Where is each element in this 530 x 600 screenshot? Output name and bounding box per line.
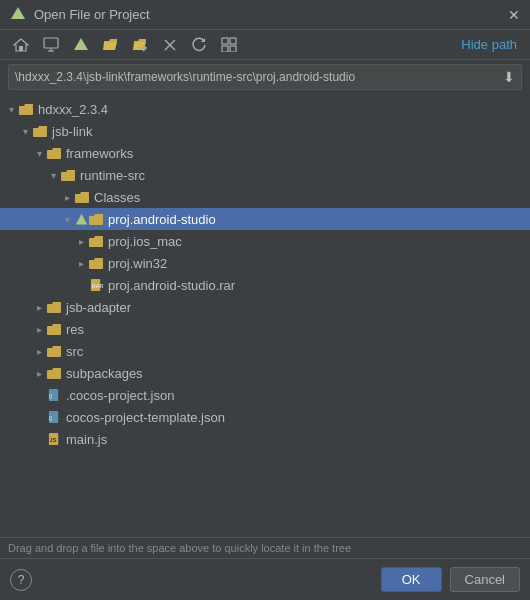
folder-icon [46, 300, 62, 314]
tree-item[interactable]: runtime-src [0, 164, 530, 186]
download-icon[interactable]: ⬇ [497, 65, 521, 89]
folder-open-icon [103, 38, 119, 52]
tree-item[interactable]: src [0, 340, 530, 362]
tree-arrow-icon[interactable] [32, 366, 46, 380]
hide-path-button[interactable]: Hide path [456, 34, 522, 55]
android-button[interactable] [68, 34, 94, 55]
svg-rect-12 [230, 38, 236, 44]
tree-item[interactable]: hdxxx_2.3.4 [0, 98, 530, 120]
close-window-button[interactable]: ✕ [508, 7, 520, 23]
expand-icon [221, 37, 237, 52]
folder-icon [60, 168, 76, 182]
tree-item[interactable]: Classes [0, 186, 530, 208]
tree-item[interactable]: proj.win32 [0, 252, 530, 274]
svg-rect-15 [19, 106, 33, 115]
tree-item[interactable]: JS main.js [0, 428, 530, 450]
svg-rect-13 [222, 46, 228, 52]
bottom-bar: ? OK Cancel [0, 558, 530, 600]
rar-file-icon: RAR [88, 278, 104, 292]
svg-rect-2 [19, 46, 23, 51]
help-button[interactable]: ? [10, 569, 32, 591]
tree-item-label: proj.win32 [108, 256, 167, 271]
tree-item[interactable]: RAR proj.android-studio.rar [0, 274, 530, 296]
tree-item[interactable]: frameworks [0, 142, 530, 164]
svg-rect-19 [75, 194, 89, 203]
tree-arrow-icon[interactable] [32, 322, 46, 336]
tree-arrow-icon[interactable] [74, 234, 88, 248]
tree-item[interactable]: jsb-link [0, 120, 530, 142]
tree-arrow-icon[interactable] [4, 102, 18, 116]
tree-item-label: frameworks [66, 146, 133, 161]
path-input[interactable] [9, 66, 497, 88]
tree-item[interactable]: {} .cocos-project.json [0, 384, 530, 406]
tree-item-label: proj.android-studio [108, 212, 216, 227]
bottom-actions: OK Cancel [381, 567, 520, 592]
toolbar: Hide path [0, 30, 530, 60]
tree-item[interactable]: jsb-adapter [0, 296, 530, 318]
tree-item[interactable]: proj.ios_mac [0, 230, 530, 252]
tree-item-label: .cocos-project.json [66, 388, 174, 403]
refresh-icon [191, 37, 207, 52]
folder-icon [88, 256, 104, 270]
title-bar-icon [10, 6, 26, 23]
js-file-icon: JS [46, 432, 62, 446]
svg-rect-18 [61, 172, 75, 181]
tree-item-label: runtime-src [80, 168, 145, 183]
folder-icon [46, 344, 62, 358]
folder-icon [18, 102, 34, 116]
tree-arrow-empty [32, 432, 46, 446]
tree-arrow-icon[interactable] [74, 256, 88, 270]
tree-item[interactable]: {} cocos-project-template.json [0, 406, 530, 428]
desktop-button[interactable] [38, 34, 64, 55]
home-icon [13, 37, 29, 52]
tree-arrow-empty [32, 410, 46, 424]
tree-arrow-icon[interactable] [60, 212, 74, 226]
clear-button[interactable] [158, 35, 182, 55]
tree-item[interactable]: res [0, 318, 530, 340]
tree-arrow-empty [74, 278, 88, 292]
title-bar-title: Open File or Project [34, 7, 150, 22]
tree-arrow-icon[interactable] [46, 168, 60, 182]
svg-text:{}: {} [48, 416, 52, 421]
tree-item-label: main.js [66, 432, 107, 447]
svg-rect-14 [230, 46, 236, 52]
tree-item-label: jsb-adapter [66, 300, 131, 315]
title-bar: Open File or Project ✕ [0, 0, 530, 30]
title-bar-left: Open File or Project [10, 6, 150, 23]
home-button[interactable] [8, 34, 34, 55]
tree-arrow-icon[interactable] [32, 300, 46, 314]
folder-arrow-button[interactable] [128, 35, 154, 55]
tree-arrow-icon[interactable] [32, 146, 46, 160]
json-file-icon: {} [46, 410, 62, 424]
open-folder-button[interactable] [98, 35, 124, 55]
svg-marker-0 [11, 7, 25, 19]
tree-item-label: subpackages [66, 366, 143, 381]
tree-arrow-icon[interactable] [60, 190, 74, 204]
tree-item-label: src [66, 344, 83, 359]
cancel-button[interactable]: Cancel [450, 567, 520, 592]
svg-rect-26 [47, 304, 61, 313]
tree-item-label: cocos-project-template.json [66, 410, 225, 425]
tree-item-label: hdxxx_2.3.4 [38, 102, 108, 117]
ok-button[interactable]: OK [381, 567, 442, 592]
json-file-icon: {} [46, 388, 62, 402]
refresh-button[interactable] [186, 34, 212, 55]
folder-arrow-icon [133, 38, 149, 52]
svg-text:{}: {} [48, 394, 52, 399]
path-bar: ⬇ [8, 64, 522, 90]
tree-item-label: jsb-link [52, 124, 92, 139]
svg-rect-3 [44, 38, 58, 48]
expand-button[interactable] [216, 34, 242, 55]
svg-rect-27 [47, 326, 61, 335]
tree-item[interactable]: subpackages [0, 362, 530, 384]
folder-icon [32, 124, 48, 138]
svg-rect-21 [89, 216, 103, 225]
svg-marker-20 [76, 213, 87, 224]
tree-arrow-icon[interactable] [18, 124, 32, 138]
tree-item[interactable]: proj.android-studio [0, 208, 530, 230]
tree-item-label: proj.ios_mac [108, 234, 182, 249]
svg-text:RAR: RAR [91, 283, 103, 289]
tree-arrow-icon[interactable] [32, 344, 46, 358]
android-folder-icon [74, 212, 104, 226]
svg-rect-23 [89, 260, 103, 269]
